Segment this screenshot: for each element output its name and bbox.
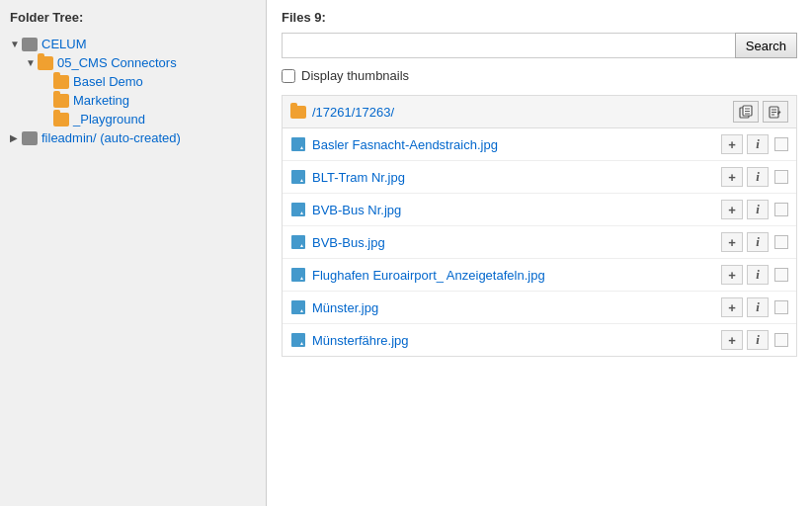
info-button-7[interactable]: i — [747, 330, 769, 350]
path-folder-icon — [290, 106, 306, 119]
info-button-2[interactable]: i — [747, 167, 769, 187]
tree-item-fileadmin[interactable]: ▶ fileadmin/ (auto-created) — [10, 128, 256, 147]
add-button-5[interactable]: + — [721, 265, 743, 285]
tree-item-playground[interactable]: _Playground — [41, 110, 256, 128]
add-button-7[interactable]: + — [721, 330, 743, 350]
folder-tree-title: Folder Tree: — [10, 10, 256, 25]
file-icon — [290, 169, 306, 185]
toggle-celum[interactable]: ▼ — [10, 39, 22, 49]
file-row: BLT-Tram Nr.jpg + i — [283, 161, 796, 194]
path-bar: /17261/17263/ — [282, 95, 797, 128]
file-actions-3: + i — [721, 200, 769, 219]
file-icon — [290, 267, 306, 283]
add-button-4[interactable]: + — [721, 232, 743, 252]
thumbnails-label: Display thumbnails — [301, 68, 409, 83]
file-icon — [290, 202, 306, 217]
info-button-5[interactable]: i — [747, 265, 769, 285]
search-row: Search — [282, 33, 797, 58]
tree-item-marketing[interactable]: Marketing — [41, 91, 256, 110]
file-checkbox-5[interactable] — [774, 268, 788, 282]
thumbnails-row: Display thumbnails — [282, 68, 797, 83]
folder-icon-playground — [53, 113, 69, 126]
file-row: Münster.jpg + i — [283, 292, 796, 324]
search-button[interactable]: Search — [735, 33, 797, 58]
file-actions-4: + i — [721, 232, 769, 252]
image-file-icon — [291, 170, 305, 184]
file-actions-1: + i — [721, 134, 769, 154]
path-actions — [733, 101, 788, 123]
file-icon — [290, 234, 306, 250]
file-checkbox-7[interactable] — [774, 333, 788, 347]
image-file-icon — [291, 137, 305, 151]
file-checkbox-2[interactable] — [774, 170, 788, 184]
file-name-7[interactable]: Münsterfähre.jpg — [312, 333, 721, 348]
file-row: Basler Fasnacht-Aendstraich.jpg + i — [283, 128, 796, 161]
add-button-6[interactable]: + — [721, 297, 743, 317]
image-file-icon — [291, 268, 305, 282]
tree-label-marketing[interactable]: Marketing — [73, 93, 129, 108]
files-panel: Files 9: Search Display thumbnails /1726… — [267, 0, 812, 506]
info-button-6[interactable]: i — [747, 297, 769, 317]
info-button-3[interactable]: i — [747, 200, 769, 219]
file-name-4[interactable]: BVB-Bus.jpg — [312, 235, 721, 250]
file-actions-7: + i — [721, 330, 769, 350]
file-row: Flughafen Euroairport_ Anzeigetafeln.jpg… — [283, 259, 796, 292]
tree-label-celum[interactable]: CELUM — [41, 37, 87, 51]
path-action-copy-button[interactable] — [733, 101, 759, 123]
folder-icon-basel — [53, 75, 69, 89]
add-button-3[interactable]: + — [721, 200, 743, 219]
file-actions-6: + i — [721, 297, 769, 317]
file-checkbox-3[interactable] — [774, 203, 788, 216]
add-button-2[interactable]: + — [721, 167, 743, 187]
folder-icon-cms — [38, 56, 53, 70]
path-text: /17261/17263/ — [290, 105, 394, 120]
tree-label-basel[interactable]: Basel Demo — [73, 74, 143, 89]
image-file-icon — [291, 203, 305, 216]
file-icon — [290, 299, 306, 315]
search-input[interactable] — [282, 33, 736, 58]
tree-item-cms-connectors[interactable]: ▼ 05_CMS Connectors — [26, 53, 256, 72]
toggle-cms[interactable]: ▼ — [26, 57, 38, 68]
file-list: Basler Fasnacht-Aendstraich.jpg + i BLT-… — [282, 128, 797, 357]
image-file-icon — [291, 235, 305, 249]
path-label: /17261/17263/ — [312, 105, 394, 120]
image-file-icon — [291, 333, 305, 347]
file-checkbox-6[interactable] — [774, 300, 788, 314]
tree-item-celum[interactable]: ▼ CELUM — [10, 35, 256, 53]
file-name-3[interactable]: BVB-Bus Nr.jpg — [312, 203, 721, 217]
file-row: Münsterfähre.jpg + i — [283, 324, 796, 356]
file-actions-2: + i — [721, 167, 769, 187]
tree-label-fileadmin[interactable]: fileadmin/ (auto-created) — [41, 130, 181, 145]
toggle-playground — [41, 114, 53, 125]
thumbnails-checkbox[interactable] — [282, 69, 295, 83]
file-icon — [290, 136, 306, 152]
toggle-fileadmin[interactable]: ▶ — [10, 132, 22, 143]
file-name-2[interactable]: BLT-Tram Nr.jpg — [312, 170, 721, 185]
info-button-4[interactable]: i — [747, 232, 769, 252]
file-checkbox-1[interactable] — [774, 137, 788, 151]
file-row: BVB-Bus Nr.jpg + i — [283, 194, 796, 226]
tree-item-basel-demo[interactable]: Basel Demo — [41, 72, 256, 91]
add-button-1[interactable]: + — [721, 134, 743, 154]
tree-label-cms[interactable]: 05_CMS Connectors — [57, 55, 177, 70]
toggle-marketing — [41, 95, 53, 106]
tree-label-playground[interactable]: _Playground — [73, 112, 145, 126]
file-name-6[interactable]: Münster.jpg — [312, 300, 721, 315]
file-actions-5: + i — [721, 265, 769, 285]
file-row: BVB-Bus.jpg + i — [283, 226, 796, 259]
server-icon-celum — [22, 38, 38, 51]
file-icon — [290, 332, 306, 348]
file-name-5[interactable]: Flughafen Euroairport_ Anzeigetafeln.jpg — [312, 268, 721, 283]
path-action-edit-button[interactable] — [763, 101, 788, 123]
toggle-basel — [41, 76, 53, 87]
info-button-1[interactable]: i — [747, 134, 769, 154]
folder-tree-panel: Folder Tree: ▼ CELUM ▼ 05_CMS Connectors… — [0, 0, 267, 506]
files-count-header: Files 9: — [282, 10, 797, 25]
file-name-1[interactable]: Basler Fasnacht-Aendstraich.jpg — [312, 137, 721, 152]
server-icon-fileadmin — [22, 131, 38, 145]
file-checkbox-4[interactable] — [774, 235, 788, 249]
image-file-icon — [291, 300, 305, 314]
folder-icon-marketing — [53, 94, 69, 108]
